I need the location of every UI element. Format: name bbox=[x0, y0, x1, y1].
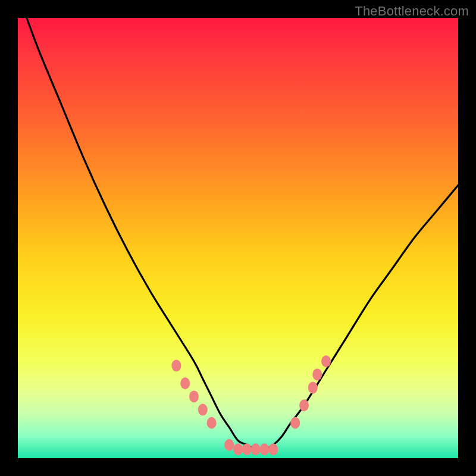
curve-marker bbox=[207, 417, 217, 429]
curve-layer bbox=[18, 18, 458, 458]
marker-group bbox=[171, 355, 331, 455]
curve-marker bbox=[224, 439, 234, 451]
plot-area bbox=[18, 18, 458, 458]
curve-marker bbox=[251, 443, 261, 455]
curve-marker bbox=[180, 377, 190, 389]
curve-marker bbox=[312, 368, 322, 380]
curve-marker bbox=[268, 443, 278, 455]
curve-marker bbox=[299, 399, 309, 411]
curve-marker bbox=[171, 360, 181, 372]
watermark-text: TheBottleneck.com bbox=[355, 4, 469, 19]
curve-marker bbox=[198, 404, 208, 416]
bottleneck-curve bbox=[27, 18, 458, 450]
curve-marker bbox=[290, 417, 300, 429]
curve-marker bbox=[189, 390, 199, 402]
curve-marker bbox=[242, 443, 252, 455]
curve-marker bbox=[233, 443, 243, 455]
chart-frame: TheBottleneck.com bbox=[0, 0, 476, 476]
curve-marker bbox=[259, 443, 269, 455]
curve-marker bbox=[321, 355, 331, 367]
curve-marker bbox=[308, 382, 318, 394]
